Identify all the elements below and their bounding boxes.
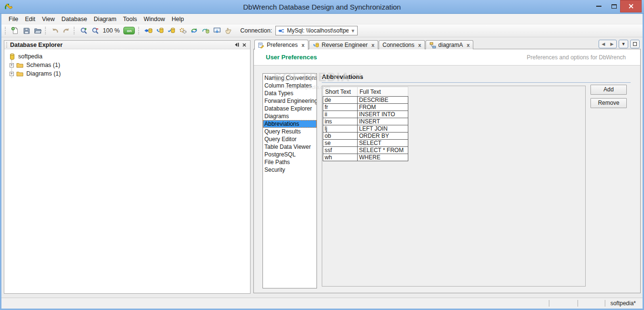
scroll-tabs-left-button[interactable]: ◀ — [599, 40, 608, 48]
toolbar-grip — [5, 27, 7, 34]
preferences-content: Naming Conventions Column Templates Data… — [254, 66, 640, 293]
connection-value: MySql: \\localhost\softpedia — [287, 27, 349, 34]
connection-combobox[interactable]: MySql: \\localhost\softpedia ▼ — [275, 26, 358, 35]
table-row: ljLEFT JOIN — [323, 125, 408, 133]
page-title: User Preferences — [266, 54, 317, 61]
statusbar-separator — [549, 300, 549, 307]
menu-help[interactable]: Help — [168, 15, 187, 23]
tabstrip-controls: ◀ ▶ ▼ — [599, 40, 640, 48]
table-row: insINSERT — [323, 118, 408, 125]
window-title: DbWrench Database Design and Synchroniza… — [0, 3, 644, 11]
import-database-button[interactable] — [154, 25, 165, 36]
add-button[interactable]: Add — [590, 85, 627, 95]
menu-tools[interactable]: Tools — [120, 15, 140, 23]
toolbar-grip — [45, 27, 47, 34]
minimize-button[interactable] — [591, 0, 606, 12]
category-query-results[interactable]: Query Results — [263, 128, 317, 135]
tab-close-icon[interactable]: x — [467, 42, 469, 48]
open-button[interactable] — [32, 25, 44, 36]
settings-gears-button[interactable] — [177, 25, 188, 36]
menu-edit[interactable]: Edit — [22, 15, 39, 23]
table-row: iiINSERT INTO — [323, 111, 408, 118]
plug-icon — [278, 28, 285, 33]
menu-database[interactable]: Database — [58, 15, 91, 23]
table-row: seSELECT — [323, 140, 408, 147]
window-border-left — [0, 14, 1, 310]
tab-close-icon[interactable]: x — [418, 42, 421, 48]
close-panel-icon[interactable] — [240, 42, 248, 48]
new-file-button[interactable] — [9, 25, 21, 36]
category-naming-conventions[interactable]: Naming Conventions — [263, 74, 317, 82]
preferences-page: User Preferences Preferences and options… — [253, 49, 641, 293]
folder-icon — [16, 62, 23, 68]
statusbar-separator — [605, 300, 605, 307]
category-query-editor[interactable]: Query Editor — [263, 135, 317, 143]
remove-button[interactable]: Remove — [590, 98, 627, 108]
tab-connections[interactable]: Connections x — [379, 40, 425, 49]
category-data-types[interactable]: Data Types — [263, 89, 317, 97]
reverse-engineer-icon — [313, 42, 319, 48]
table-row: whWHERE — [323, 154, 408, 161]
column-header-short-text: Short Text — [323, 87, 358, 97]
close-button[interactable] — [620, 0, 642, 12]
maximize-tab-button[interactable] — [630, 40, 640, 48]
zoom-in-button[interactable] — [78, 25, 89, 36]
tree-item-schemas[interactable]: Schemas (1) — [4, 61, 250, 69]
tab-preferences[interactable]: Preferences x — [254, 40, 308, 50]
menu-file[interactable]: File — [5, 15, 22, 23]
category-forward-engineering[interactable]: Forward Engineering — [263, 97, 317, 105]
tree-item-diagrams[interactable]: Diagrams (1) — [4, 69, 250, 78]
toolbar-grip — [138, 27, 140, 34]
export-database-button[interactable] — [165, 25, 177, 36]
panel-title: Database Explorer — [10, 42, 233, 48]
tab-close-icon[interactable]: x — [302, 42, 305, 48]
category-diagrams[interactable]: Diagrams — [263, 112, 317, 120]
category-file-paths[interactable]: File Paths — [263, 158, 317, 166]
preferences-header: User Preferences Preferences and options… — [254, 49, 640, 66]
pan-hand-button[interactable] — [223, 25, 234, 36]
category-security[interactable]: Security — [263, 166, 317, 174]
category-list: Naming Conventions Column Templates Data… — [262, 73, 317, 288]
export-image-button[interactable] — [211, 25, 223, 36]
maximize-button[interactable] — [607, 0, 621, 12]
expand-icon[interactable] — [10, 63, 14, 67]
redo-button[interactable] — [61, 25, 72, 36]
tab-reverse-engineer[interactable]: Reverse Engineer x — [309, 40, 378, 49]
menu-window[interactable]: Window — [141, 15, 168, 23]
tabstrip: Preferences x Reverse Engineer x Connect… — [253, 39, 641, 49]
category-postgresql[interactable]: PostgreSQL — [263, 151, 317, 158]
connection-label: Connection: — [240, 27, 272, 34]
table-row: obORDER BY — [323, 133, 408, 140]
collapse-panel-icon[interactable] — [233, 42, 240, 48]
zoom-level: 100 % — [103, 27, 120, 34]
close-icon — [628, 3, 634, 9]
tree-item-database[interactable]: softpedia — [4, 52, 250, 61]
undo-button[interactable] — [49, 25, 61, 36]
category-abbreviations[interactable]: Abbreviations — [263, 120, 317, 128]
app-window: DbWrench Database Design and Synchroniza… — [0, 0, 644, 310]
category-database-explorer[interactable]: Database Explorer — [263, 105, 317, 112]
section-rule — [322, 82, 631, 83]
tab-list-dropdown-button[interactable]: ▼ — [619, 40, 628, 48]
table-row: ssfSELECT * FROM — [323, 147, 408, 154]
tab-close-icon[interactable]: x — [371, 42, 374, 48]
snap-toggle-button[interactable]: on — [123, 27, 135, 34]
abbreviations-table: Short Text Full Text deDESCRIBE frFROM i… — [323, 87, 408, 161]
section-title: Abbreviations — [322, 73, 363, 80]
menu-view[interactable]: View — [39, 15, 58, 23]
category-table-data-viewer[interactable]: Table Data Viewer — [263, 143, 317, 151]
scroll-tabs-right-button[interactable]: ▶ — [608, 40, 616, 48]
forward-sync-button[interactable] — [188, 25, 200, 36]
sync-database-button[interactable] — [200, 25, 211, 36]
panel-grip[interactable] — [6, 42, 8, 48]
panel-header: Database Explorer — [4, 41, 250, 49]
connect-database-button[interactable] — [142, 25, 154, 36]
menubar: File Edit View Database Diagram Tools Wi… — [1, 14, 643, 24]
tab-diagrama[interactable]: diagramA x — [426, 40, 473, 49]
save-button[interactable] — [21, 25, 32, 36]
zoom-out-button[interactable] — [89, 25, 101, 36]
menu-diagram[interactable]: Diagram — [90, 15, 120, 23]
diagram-icon — [429, 42, 436, 48]
expand-icon[interactable] — [10, 72, 14, 76]
category-column-templates[interactable]: Column Templates — [263, 82, 317, 89]
